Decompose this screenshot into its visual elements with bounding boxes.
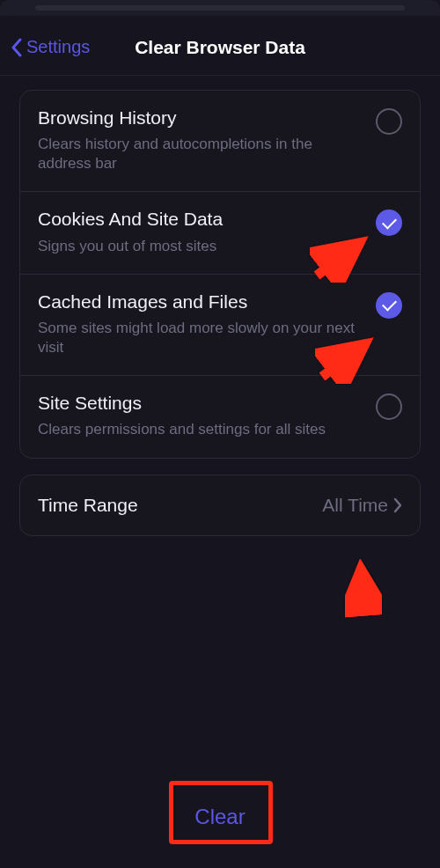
option-title: Cookies And Site Data xyxy=(38,208,362,231)
option-cached[interactable]: Cached Images and Files Some sites might… xyxy=(20,274,420,375)
option-site-settings[interactable]: Site Settings Clears permissions and set… xyxy=(20,375,420,457)
time-range-label: Time Range xyxy=(38,495,138,516)
content-area: Browsing History Clears history and auto… xyxy=(0,76,440,536)
option-browsing-history[interactable]: Browsing History Clears history and auto… xyxy=(20,91,420,191)
option-title: Site Settings xyxy=(38,392,362,415)
option-title: Browsing History xyxy=(38,107,362,129)
option-cookies[interactable]: Cookies And Site Data Signs you out of m… xyxy=(20,191,420,273)
clear-button[interactable]: Clear xyxy=(170,792,269,842)
data-type-list: Browsing History Clears history and auto… xyxy=(19,90,421,459)
option-subtitle: Clears history and autocompletions in th… xyxy=(38,135,362,173)
option-subtitle: Some sites might load more slowly on you… xyxy=(38,319,362,357)
background-sheet xyxy=(0,0,440,16)
back-label: Settings xyxy=(26,37,90,57)
chevron-left-icon xyxy=(11,37,23,58)
time-range-value: All Time xyxy=(322,495,388,516)
option-subtitle: Signs you out of most sites xyxy=(38,237,362,256)
checkbox-cookies[interactable] xyxy=(376,210,402,236)
back-to-settings-button[interactable]: Settings xyxy=(11,37,90,58)
checkbox-cached[interactable] xyxy=(376,292,402,319)
clear-browser-data-modal: Settings Clear Browser Data Browsing His… xyxy=(0,19,440,868)
time-range-row[interactable]: Time Range All Time xyxy=(20,475,420,535)
option-subtitle: Clears permissions and settings for all … xyxy=(38,420,362,439)
time-range-value-wrap: All Time xyxy=(322,495,402,516)
checkbox-site-settings[interactable] xyxy=(376,394,402,420)
chevron-right-icon xyxy=(393,497,402,513)
checkbox-browsing-history[interactable] xyxy=(376,108,402,135)
footer: Clear xyxy=(0,792,440,868)
nav-bar: Settings Clear Browser Data xyxy=(0,19,440,76)
time-range-card: Time Range All Time xyxy=(19,474,421,536)
page-title: Clear Browser Data xyxy=(135,37,305,58)
option-title: Cached Images and Files xyxy=(38,291,362,313)
